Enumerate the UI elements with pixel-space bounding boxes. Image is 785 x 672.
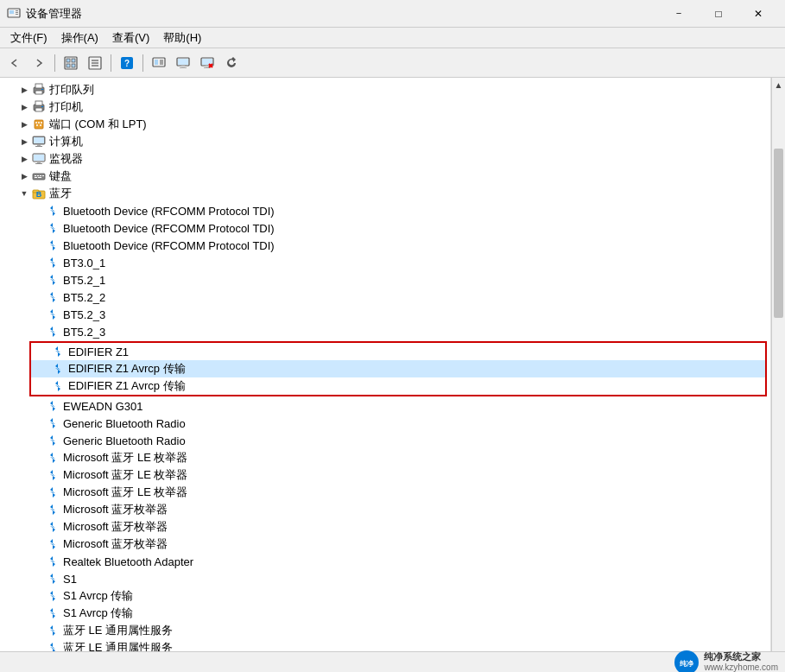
toolbar-separator-1 xyxy=(54,54,55,72)
toolbar-btn-2[interactable] xyxy=(84,52,106,74)
remove-button[interactable] xyxy=(196,52,218,74)
bluetooth-icon xyxy=(45,238,60,253)
menu-file[interactable]: 文件(F) xyxy=(3,29,54,48)
tree-item-bluetooth[interactable]: B 蓝牙 xyxy=(0,185,770,202)
scroll-up-button[interactable]: ▲ xyxy=(772,78,785,92)
bluetooth-icon xyxy=(45,571,60,586)
tree-item-label: 蓝牙 xyxy=(49,186,72,201)
tree-item-bt-rfcomm3[interactable]: Bluetooth Device (RFCOMM Protocol TDI) xyxy=(0,237,770,254)
tree-item-bt-le-service1[interactable]: 蓝牙 LE 通用属性服务 xyxy=(0,622,770,639)
tree-item-bt5-23a[interactable]: BT5.2_3 xyxy=(0,306,770,323)
menu-view[interactable]: 查看(V) xyxy=(105,29,156,48)
tree-item-bt-rfcomm2[interactable]: Bluetooth Device (RFCOMM Protocol TDI) xyxy=(0,219,770,237)
tree-item-s1-avrcp2[interactable]: S1 Avrcp 传输 xyxy=(0,605,770,622)
expand-arrow xyxy=(31,273,45,287)
tree-item-bt5-21[interactable]: BT5.2_1 xyxy=(0,271,770,288)
expand-arrow xyxy=(31,290,45,304)
printer-icon xyxy=(31,82,47,98)
help-button[interactable]: ? xyxy=(116,52,138,74)
svg-rect-23 xyxy=(181,66,185,67)
svg-rect-56 xyxy=(40,175,41,176)
svg-rect-8 xyxy=(66,64,70,67)
tree-item-ms-bt3[interactable]: Microsoft 蓝牙枚举器 xyxy=(0,536,770,553)
tree-item-s1-avrcp1[interactable]: S1 Avrcp 传输 xyxy=(0,587,770,605)
tree-item-edifier-avrcp1[interactable]: EDIFIER Z1 Avrcp 传输 xyxy=(31,360,765,377)
expand-arrow xyxy=(31,589,45,603)
tree-item-ms-bt1[interactable]: Microsoft 蓝牙枚举器 xyxy=(0,501,770,518)
tree-item-label: S1 Avrcp 传输 xyxy=(63,605,133,621)
bluetooth-icon xyxy=(45,450,60,466)
expand-arrow xyxy=(31,238,45,252)
tree-item-realtek[interactable]: Realtek Bluetooth Adapter xyxy=(0,553,770,570)
tree-item-ms-le2[interactable]: Microsoft 蓝牙 LE 枚举器 xyxy=(0,466,770,484)
bluetooth-icon xyxy=(45,398,60,414)
menu-action[interactable]: 操作(A) xyxy=(54,29,105,48)
tree-item-bt5-22[interactable]: BT5.2_2 xyxy=(0,288,770,306)
expand-arrow xyxy=(36,362,50,376)
watermark-logo: 纯净 xyxy=(674,650,699,673)
watermark-label: 纯净系统之家 xyxy=(704,651,778,662)
toolbar-btn-1[interactable] xyxy=(60,52,82,74)
tree-item-com-port[interactable]: 端口 (COM 和 LPT) xyxy=(0,116,770,133)
svg-rect-37 xyxy=(35,108,42,111)
refresh-button[interactable] xyxy=(220,52,243,74)
tree-item-print-queue[interactable]: 打印队列 xyxy=(0,81,770,98)
tree-item-label: EWEADN G301 xyxy=(63,400,142,413)
svg-point-40 xyxy=(35,122,37,124)
expand-arrow xyxy=(17,135,31,149)
expand-arrow xyxy=(31,624,45,637)
device-tree[interactable]: 打印队列 打印机 xyxy=(0,78,771,672)
tree-item-edifier-z1[interactable]: EDIFIER Z1 xyxy=(31,343,765,360)
bluetooth-icon xyxy=(45,554,60,569)
tree-item-bt5-23b[interactable]: BT5.2_3 xyxy=(0,323,770,340)
expand-arrow xyxy=(31,537,45,551)
svg-rect-33 xyxy=(35,91,42,94)
scan-button[interactable] xyxy=(148,52,170,74)
tree-item-bt3-1[interactable]: BT3.0_1 xyxy=(0,254,770,271)
tree-item-bt-rfcomm1[interactable]: Bluetooth Device (RFCOMM Protocol TDI) xyxy=(0,202,770,219)
menu-help[interactable]: 帮助(H) xyxy=(156,29,208,48)
tree-item-label: 蓝牙 LE 通用属性服务 xyxy=(63,623,173,638)
bluetooth-icon xyxy=(45,272,60,288)
tree-item-ms-le3[interactable]: Microsoft 蓝牙 LE 枚举器 xyxy=(0,484,770,501)
scroll-thumb[interactable] xyxy=(774,149,783,319)
minimize-button[interactable]: － xyxy=(659,0,699,28)
svg-rect-27 xyxy=(206,66,209,67)
bluetooth-icon xyxy=(45,289,60,305)
svg-rect-59 xyxy=(42,175,44,176)
tree-item-computer[interactable]: 计算机 xyxy=(0,133,770,150)
expand-arrow xyxy=(17,83,31,97)
tree-item-generic-bt2[interactable]: Generic Bluetooth Radio xyxy=(0,432,770,449)
bluetooth-icon xyxy=(45,623,60,638)
tree-item-ms-le1[interactable]: Microsoft 蓝牙 LE 枚举器 xyxy=(0,449,770,466)
svg-rect-46 xyxy=(34,137,44,143)
tree-item-label: 打印机 xyxy=(49,99,83,115)
tree-item-monitor[interactable]: 监视器 xyxy=(0,150,770,168)
tree-item-keyboard[interactable]: 键盘 xyxy=(0,168,770,185)
tree-item-label: EDIFIER Z1 Avrcp 传输 xyxy=(68,378,186,394)
svg-rect-48 xyxy=(35,146,42,147)
monitor-button[interactable] xyxy=(172,52,194,74)
close-button[interactable]: ✕ xyxy=(738,0,778,28)
expand-arrow xyxy=(31,221,45,235)
watermark-url: www.kzyhome.com xyxy=(704,662,778,672)
maximize-button[interactable]: □ xyxy=(699,0,738,28)
bluetooth-icon xyxy=(45,502,60,517)
title-bar: 设备管理器 － □ ✕ xyxy=(0,0,785,28)
bluetooth-folder-icon: B xyxy=(31,186,47,201)
back-button[interactable] xyxy=(3,52,26,74)
tree-item-label: BT3.0_1 xyxy=(63,257,105,269)
tree-item-printer[interactable]: 打印机 xyxy=(0,98,770,116)
tree-item-label: Realtek Bluetooth Adapter xyxy=(63,555,193,568)
expand-arrow xyxy=(31,606,45,620)
tree-item-generic-bt1[interactable]: Generic Bluetooth Radio xyxy=(0,415,770,432)
tree-item-ms-bt2[interactable]: Microsoft 蓝牙枚举器 xyxy=(0,518,770,536)
tree-item-eweadn[interactable]: EWEADN G301 xyxy=(0,397,770,415)
forward-button[interactable] xyxy=(28,52,50,74)
vertical-scrollbar[interactable]: ▲ ▼ xyxy=(771,78,785,672)
tree-item-edifier-avrcp2[interactable]: EDIFIER Z1 Avrcp 传输 xyxy=(31,377,765,395)
tree-item-s1[interactable]: S1 xyxy=(0,570,770,587)
bluetooth-icon xyxy=(45,307,60,322)
bluetooth-icon xyxy=(45,467,60,483)
watermark-text-group: 纯净系统之家 www.kzyhome.com xyxy=(704,651,778,672)
